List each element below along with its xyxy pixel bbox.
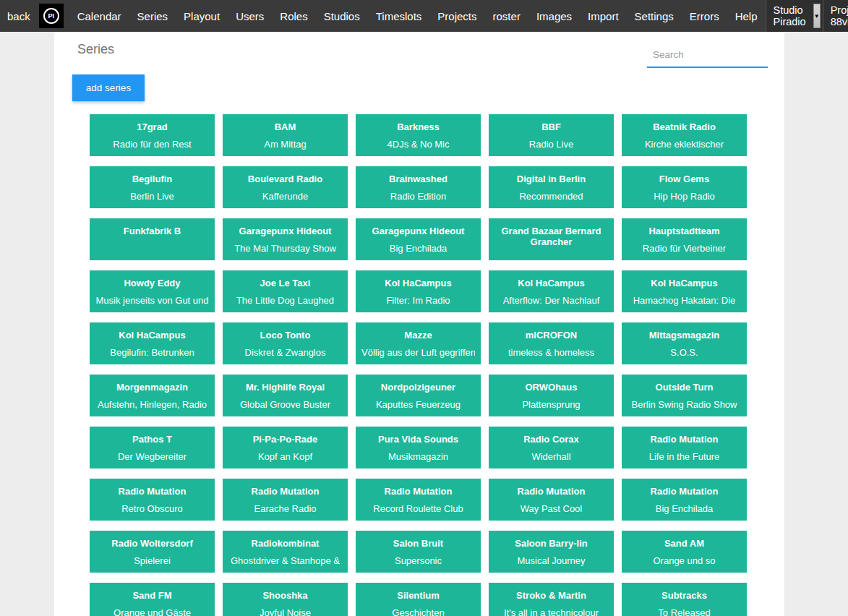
series-card[interactable]: RadiokombinatGhostdriver & Stanhope & bbox=[223, 531, 348, 573]
series-card-subtitle: 4DJs & No Mic bbox=[361, 139, 475, 150]
nav-item-help[interactable]: Help bbox=[727, 10, 766, 22]
series-card[interactable]: Stroko & MartinIt's all in a technicolou… bbox=[489, 583, 614, 616]
series-card[interactable]: NordpolzigeunerKaputtes Feuerzeug bbox=[356, 375, 481, 416]
series-card-title: Subtracks bbox=[628, 590, 741, 601]
series-card-title: Hauptstadtteam bbox=[628, 226, 741, 236]
series-card[interactable]: Pi-Pa-Po-RadeKopf an Kopf bbox=[223, 427, 348, 469]
series-card[interactable]: ShooshkaJoyful Noise bbox=[223, 583, 348, 616]
series-card-subtitle: timeless & homeless bbox=[494, 347, 608, 358]
nav-item-timeslots[interactable]: Timeslots bbox=[368, 10, 430, 22]
series-card[interactable]: Kol HaCampusAfterflow: Der Nachlauf bbox=[489, 270, 614, 312]
series-card[interactable]: Mr. Highlife RoyalGlobal Groove Buster bbox=[223, 375, 348, 416]
series-card[interactable]: Kol HaCampusFilter: Im Radio bbox=[356, 270, 481, 312]
series-card[interactable]: Garagepunx HideoutBig Enchilada bbox=[356, 218, 481, 260]
nav-item-series[interactable]: Series bbox=[129, 10, 176, 22]
series-card-title: Radio Mutation bbox=[628, 434, 741, 445]
series-card[interactable]: MittagsmagazinS.O.S. bbox=[622, 322, 747, 364]
series-card[interactable]: Beatnik RadioKirche eklektischer bbox=[622, 114, 747, 156]
series-card[interactable]: Funkfabrik B bbox=[90, 218, 215, 260]
series-card[interactable]: BrainwashedRadio Edition bbox=[356, 166, 481, 208]
series-card-title: Brainwashed bbox=[361, 174, 475, 184]
nav-item-import[interactable]: Import bbox=[580, 10, 627, 22]
series-card[interactable]: Kol HaCampusHamachog Hakatan: Die bbox=[622, 270, 747, 312]
series-card[interactable]: MazzeVöllig aus der Luft gegriffen bbox=[356, 322, 481, 364]
series-card-subtitle: Musikmagazin bbox=[361, 451, 475, 462]
series-card-subtitle: The Mal Thursday Show bbox=[228, 243, 342, 254]
series-card[interactable]: 17gradRadio für den Rest bbox=[90, 114, 215, 156]
piradio-logo-icon[interactable]: PI bbox=[39, 4, 64, 28]
series-card-subtitle: Big Enchilada bbox=[628, 503, 741, 514]
series-card-title: Barkness bbox=[361, 121, 475, 132]
series-card-subtitle: Record Roulette Club bbox=[361, 503, 475, 514]
back-link[interactable]: back bbox=[0, 10, 39, 22]
nav-item-images[interactable]: Images bbox=[528, 10, 580, 22]
series-card[interactable]: Radio MutationRetro Obscuro bbox=[90, 479, 215, 521]
series-card-title: Radio Mutation bbox=[361, 486, 475, 497]
series-card[interactable]: BBFRadio Live bbox=[489, 114, 614, 156]
series-card[interactable]: Flow GemsHip Hop Radio bbox=[622, 166, 747, 208]
series-card-subtitle: Kafferunde bbox=[228, 191, 342, 202]
nav-item-errors[interactable]: Errors bbox=[682, 10, 727, 22]
series-card-title: Kol HaCampus bbox=[95, 330, 209, 341]
series-card[interactable]: Sand AMOrange und so bbox=[622, 531, 747, 573]
series-card-subtitle: Afterflow: Der Nachlauf bbox=[494, 295, 608, 306]
series-card[interactable]: Radio WoltersdorfSpielerei bbox=[90, 531, 215, 573]
series-card[interactable]: Outside TurnBerlin Swing Radio Show bbox=[622, 375, 747, 416]
series-card-title: Radio Mutation bbox=[494, 486, 608, 497]
series-card[interactable]: Salon BruitSupersonic bbox=[356, 531, 481, 573]
series-card-subtitle: Aufstehn, Hinlegen, Radio bbox=[95, 399, 209, 410]
series-card[interactable]: SubtracksTo Released bbox=[622, 583, 747, 616]
series-card[interactable]: Kol HaCampusBegilufin: Betrunken bbox=[90, 322, 215, 364]
series-card-subtitle: Spielerei bbox=[95, 555, 209, 566]
series-card[interactable]: HauptstadtteamRadio für Vierbeiner bbox=[622, 218, 747, 260]
nav-item-studios[interactable]: Studios bbox=[316, 10, 368, 22]
series-card[interactable]: MorgenmagazinAufstehn, Hinlegen, Radio bbox=[90, 375, 215, 416]
series-card[interactable]: BegilufinBerlin Live bbox=[90, 166, 215, 208]
series-card-subtitle: To Released bbox=[628, 607, 741, 616]
series-card[interactable]: Barkness4DJs & No Mic bbox=[356, 114, 481, 156]
nav-item-roles[interactable]: Roles bbox=[272, 10, 315, 22]
series-card[interactable]: Joe Le TaxiThe Little Dog Laughed bbox=[223, 270, 348, 312]
series-card-title: Pathos T bbox=[95, 434, 209, 445]
add-series-button[interactable]: add series bbox=[72, 74, 145, 101]
nav-item-calendar[interactable]: Calendar bbox=[69, 10, 129, 22]
series-card[interactable]: Loco TontoDiskret & Zwanglos bbox=[223, 322, 348, 364]
series-card-title: Boulevard Radio bbox=[228, 174, 342, 184]
nav-item-roster[interactable]: roster bbox=[485, 10, 528, 22]
series-card[interactable]: Boulevard RadioKafferunde bbox=[223, 166, 348, 208]
series-card[interactable]: Digital in BerlinRecommended bbox=[489, 166, 614, 208]
series-card[interactable]: Saloon Barry-linMusical Journey bbox=[489, 531, 614, 573]
nav-item-users[interactable]: Users bbox=[228, 10, 272, 22]
series-card-title: Begilufin bbox=[95, 174, 209, 184]
series-card[interactable]: Grand Bazaar Bernard Grancher bbox=[489, 218, 614, 260]
project-select[interactable]: Project 88vier ▼ bbox=[823, 0, 848, 32]
series-card[interactable]: Howdy EddyMusik jenseits von Gut und bbox=[90, 270, 215, 312]
series-card[interactable]: ORWOhausPlattensprung bbox=[489, 375, 614, 416]
series-card-title: Kol HaCampus bbox=[628, 278, 741, 288]
series-card[interactable]: Garagepunx HideoutThe Mal Thursday Show bbox=[223, 218, 348, 260]
series-card[interactable]: Sand FMOrange und Gäste bbox=[90, 583, 215, 616]
series-card[interactable]: Radio MutationBig Enchilada bbox=[622, 479, 747, 521]
series-card-subtitle: S.O.S. bbox=[628, 347, 741, 358]
series-card[interactable]: Radio MutationRecord Roulette Club bbox=[356, 479, 481, 521]
top-navbar: back PI CalendarSeriesPlayoutUsersRolesS… bbox=[0, 0, 848, 32]
series-card[interactable]: SilentiumGeschichten bbox=[356, 583, 481, 616]
series-card[interactable]: Radio MutationWay Past Cool bbox=[489, 479, 614, 521]
series-card-subtitle: Kopf an Kopf bbox=[228, 451, 342, 462]
series-card[interactable]: Radio CoraxWiderhall bbox=[489, 427, 614, 469]
search-input[interactable] bbox=[647, 43, 768, 68]
series-card[interactable]: Pura Vida SoundsMusikmagazin bbox=[356, 427, 481, 469]
series-card-title: Radio Woltersdorf bbox=[95, 538, 209, 549]
series-card[interactable]: mICROFONtimeless & homeless bbox=[489, 322, 614, 364]
series-card[interactable]: Radio MutationLife in the Future bbox=[622, 427, 747, 469]
nav-item-projects[interactable]: Projects bbox=[429, 10, 484, 22]
series-card[interactable]: Radio MutationEarache Radio bbox=[223, 479, 348, 521]
nav-item-settings[interactable]: Settings bbox=[627, 10, 682, 22]
series-card-title: Kol HaCampus bbox=[494, 278, 608, 288]
series-card-title: Nordpolzigeuner bbox=[361, 382, 475, 393]
nav-item-playout[interactable]: Playout bbox=[176, 10, 228, 22]
series-card[interactable]: BAMAm Mittag bbox=[223, 114, 348, 156]
studio-select[interactable]: Studio Piradio ▼ bbox=[766, 0, 823, 32]
series-card[interactable]: Pathos TDer Wegbereiter bbox=[90, 427, 215, 469]
series-card-title: Flow Gems bbox=[628, 174, 741, 184]
